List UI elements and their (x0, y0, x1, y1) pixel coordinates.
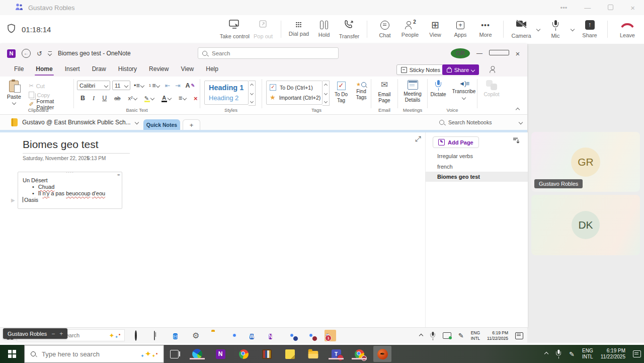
window-close-button[interactable]: × (630, 4, 635, 12)
page-list-item[interactable]: Irregular verbs (426, 151, 528, 161)
onenote-search-box[interactable] (198, 47, 339, 59)
menu-home[interactable]: Home (30, 63, 58, 77)
taskbar-search-box[interactable]: ✦✦✦ (24, 345, 164, 363)
people-button[interactable]: 2 People (398, 16, 422, 42)
clear-formatting-button[interactable]: A✎ (184, 82, 196, 89)
paragraph-handle-icon[interactable]: ▶ (11, 197, 15, 203)
participant-tile[interactable]: DK (531, 195, 640, 255)
tray-clock[interactable]: 6:19 PM11/22/2025 (487, 330, 508, 341)
chrome-profile-icon[interactable] (354, 348, 365, 359)
notebook-name[interactable]: Gustavo @ East Brunswick Public Sch... (22, 119, 131, 126)
participant-tile[interactable]: GR Gustavo Robles (531, 132, 640, 192)
file-explorer-icon[interactable] (307, 348, 318, 359)
cortana-icon[interactable] (135, 331, 143, 340)
dictate-button[interactable]: Dictate (429, 80, 448, 98)
teams-taskbar-icon[interactable]: T (331, 348, 342, 359)
add-page-button[interactable]: ✎ Add Page (433, 136, 479, 148)
onenote-taskbar-icon[interactable]: N (215, 348, 226, 359)
page-title[interactable]: Biomes geo test (23, 138, 99, 151)
menu-file[interactable]: File (8, 63, 30, 77)
sticky-notes-app-icon[interactable] (284, 348, 295, 359)
camera-options-chevron-icon[interactable] (536, 27, 540, 31)
menu-view[interactable]: View (175, 63, 200, 77)
more-button[interactable]: ••• More (474, 16, 497, 42)
sort-pages-icon[interactable] (512, 137, 520, 146)
word-icon[interactable]: W (250, 331, 258, 340)
note-drag-handle-icon[interactable]: ···· (18, 171, 122, 174)
underline-button[interactable]: U (101, 95, 108, 102)
onenote-close-button[interactable]: × (508, 49, 527, 58)
note-line[interactable]: Un Désert (23, 177, 122, 183)
menu-draw[interactable]: Draw (86, 63, 112, 77)
chrome-icon[interactable] (230, 331, 239, 340)
tray-action-center-icon[interactable] (515, 332, 523, 339)
note-bullet-line[interactable]: •Il n'y a pas beuocoup d'eou (32, 190, 122, 196)
note-container[interactable]: ···· ◂▸ ▶ Un Désert •Chuad •Il n'y a pas… (18, 172, 122, 209)
hold-button[interactable]: Hold (312, 16, 336, 42)
onenote-share-button[interactable]: Share (442, 64, 479, 75)
note-resize-icon[interactable]: ◂▸ (117, 173, 120, 177)
format-painter-button[interactable]: ✐Format Painter (29, 100, 72, 108)
find-tags-button[interactable]: ★ Find Tags (353, 82, 370, 100)
heading1-style[interactable]: Heading 1 (209, 84, 244, 92)
email-page-button[interactable]: ✉ Email Page (375, 80, 393, 103)
tray-expand-icon[interactable] (544, 352, 548, 356)
window-minimize-button[interactable]: — (584, 4, 591, 12)
start-button[interactable] (0, 345, 24, 363)
page-editor[interactable]: ⤢ Biomes geo test Saturday, November 22,… (0, 132, 425, 327)
font-color-button[interactable]: A (160, 94, 173, 102)
window-more-icon[interactable]: ••• (560, 4, 568, 12)
meeting-details-button[interactable]: Meeting Details (401, 80, 424, 103)
bookshelf-app-icon[interactable] (261, 348, 272, 359)
section-tab-quick-notes[interactable]: Quick Notes (143, 119, 180, 130)
tray-clock[interactable]: 6:19 PM11/22/2025 (601, 348, 625, 360)
back-icon[interactable]: ← (22, 49, 31, 58)
search-notebooks[interactable]: Search Notebooks (439, 117, 522, 127)
zoom-in-icon[interactable]: + (59, 330, 63, 337)
view-button[interactable]: ⊞ View (424, 16, 447, 42)
tag-important-item[interactable]: ★Important (Ctrl+2) (270, 94, 319, 101)
tray-pen-icon[interactable]: ✎ (569, 350, 575, 358)
font-size-select[interactable]: 11 (112, 81, 130, 90)
menu-history[interactable]: History (112, 63, 143, 77)
take-control-button[interactable]: Take control (220, 16, 250, 42)
font-name-select[interactable]: Calibri (77, 81, 110, 90)
styles-scroll[interactable] (249, 81, 256, 106)
quick-access-chevron-icon[interactable] (48, 51, 52, 55)
task-view-icon[interactable] (154, 331, 163, 340)
tray-action-center-icon[interactable] (633, 350, 641, 357)
meet-now-icon[interactable] (490, 66, 496, 73)
tray-mic-icon[interactable] (430, 332, 435, 340)
decrease-indent-button[interactable]: ⇤ (163, 82, 171, 89)
notebook-chevron-icon[interactable] (134, 120, 138, 124)
onenote-search-input[interactable] (211, 50, 334, 57)
onenote-restore-button[interactable] (489, 50, 508, 57)
store-icon[interactable]: ⊟ (173, 331, 182, 340)
add-section-tab[interactable]: + (183, 119, 200, 130)
edge-icon[interactable] (192, 348, 203, 359)
chrome-profile2-icon[interactable] (307, 331, 315, 340)
delete-button[interactable]: × (192, 95, 199, 102)
transfer-button[interactable]: Transfer (338, 16, 361, 42)
chrome-profile-icon[interactable] (288, 331, 296, 340)
dial-pad-button[interactable]: Dial pad (287, 16, 310, 42)
strikethrough-button[interactable]: ab (113, 95, 122, 101)
todo-tag-button[interactable]: ✓ To Do Tag (333, 82, 350, 103)
collapse-ribbon-icon[interactable] (516, 108, 520, 112)
task-view-icon[interactable] (169, 348, 180, 359)
italic-button[interactable]: I (91, 95, 96, 102)
note-bullet-line[interactable]: •Chuad (32, 184, 122, 190)
tag-todo-item[interactable]: ✓To Do (Ctrl+1) (270, 84, 319, 91)
teams-taskbar-icon[interactable]: T1 (325, 330, 336, 341)
transcribe-button[interactable]: ◄)≡ Transcribe (452, 80, 476, 99)
increase-indent-button[interactable]: ⇥ (174, 82, 182, 89)
tags-scroll[interactable] (323, 81, 330, 106)
menu-insert[interactable]: Insert (59, 63, 86, 77)
page-list-item-selected[interactable]: Biomes geo test (426, 172, 528, 182)
account-avatar[interactable]: GR (451, 48, 470, 58)
camera-button[interactable]: Camera (510, 16, 533, 42)
file-explorer-icon[interactable] (211, 331, 220, 340)
superscript-button[interactable]: x² (126, 95, 138, 101)
onenote-minimize-button[interactable]: — (470, 50, 489, 57)
sticky-notes-button[interactable]: Sticky Notes (396, 64, 445, 75)
